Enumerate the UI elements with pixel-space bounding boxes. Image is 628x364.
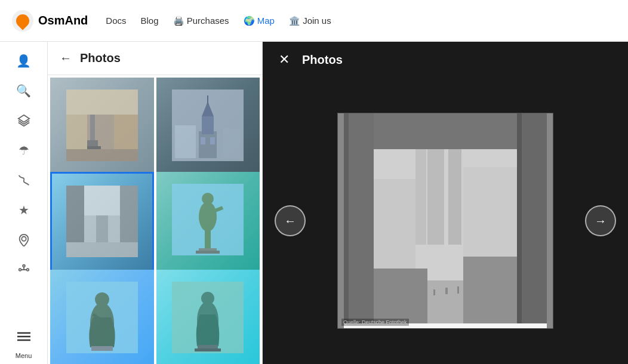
svg-rect-68 [433,289,435,295]
sidebar-icon-search[interactable]: 🔍 [11,78,37,104]
next-arrow-button[interactable]: → [585,205,616,236]
svg-rect-23 [210,137,215,144]
svg-rect-22 [201,137,205,144]
photos-panel: ← Photos [48,42,263,364]
viewer-main: ← [263,78,628,364]
viewer-header: ✕ Photos [263,42,628,78]
svg-point-3 [26,269,29,271]
svg-rect-19 [202,116,214,134]
logo-icon [12,10,33,32]
sidebar-icon-route[interactable] [11,167,37,193]
svg-rect-49 [195,348,221,351]
photos-grid [48,75,262,364]
sidebar-icon-menu[interactable] [11,323,37,350]
photo-thumb-5[interactable] [50,270,154,364]
svg-rect-69 [445,288,448,294]
photo-credit: Quelle: Deutsche Fotothek [341,319,409,326]
svg-point-35 [202,193,214,205]
photo-3-content [52,174,152,269]
main-photo-container: Quelle: Deutsche Fotothek [337,113,553,329]
nav-blog[interactable]: Blog [141,16,159,26]
nav-join[interactable]: Join us [289,16,331,26]
photo-thumb-4[interactable] [156,172,260,276]
photo-thumb-3[interactable] [50,172,154,276]
nav-purchases[interactable]: Purchases [173,16,229,26]
svg-rect-18 [199,131,217,158]
svg-rect-54 [415,149,426,245]
close-button[interactable]: ✕ [275,50,294,69]
sidebar-icon-osm[interactable] [11,257,37,283]
logo-drop-shape [13,11,32,30]
svg-rect-31 [66,242,138,257]
svg-rect-15 [66,149,138,161]
viewer-title: Photos [302,53,343,67]
svg-rect-13 [66,113,87,155]
sidebar-icon-weather[interactable]: ☂ [11,137,37,164]
svg-rect-16 [66,90,138,115]
svg-rect-39 [196,251,220,254]
svg-rect-25 [223,128,241,158]
svg-point-1 [21,237,26,241]
svg-rect-63 [344,113,349,328]
svg-point-47 [201,292,214,305]
nav-map[interactable]: Map [244,16,275,26]
photo-viewer: ✕ Photos ← [263,42,628,364]
sidebar-icon-favorites[interactable]: ★ [11,197,37,223]
photo-4-content [156,172,260,267]
photo-6-content [156,270,260,364]
back-button[interactable]: ← [57,49,74,67]
sidebar-icon-person[interactable]: 👤 [11,48,37,74]
svg-rect-67 [421,286,424,294]
sidebar-icon-poi[interactable] [11,227,37,253]
sidebar: 👤 🔍 ☂ ★ [0,42,48,364]
svg-point-34 [199,202,217,232]
photo-5-content [50,270,154,364]
top-navigation: OsmAnd Docs Blog Purchases Map Join us [0,0,628,42]
svg-rect-32 [84,186,120,215]
photos-panel-title: Photos [80,51,121,65]
svg-rect-24 [175,125,196,158]
logo-text: OsmAnd [38,14,88,27]
svg-point-42 [95,292,109,307]
svg-rect-43 [91,346,113,351]
svg-rect-10 [87,140,98,146]
svg-rect-64 [517,113,522,328]
svg-rect-37 [205,229,211,249]
photo-2-content [156,78,260,173]
photos-panel-header: ← Photos [48,42,262,75]
svg-point-2 [19,269,21,271]
photo-thumb-1[interactable] [50,78,154,181]
main-photo-display: Quelle: Deutsche Fotothek [338,113,553,328]
main-content: 👤 🔍 ☂ ★ [0,42,628,364]
photo-1-content [50,78,154,173]
photo-thumb-2[interactable] [156,78,260,181]
sidebar-bottom: Menu [11,323,37,364]
svg-rect-70 [457,286,459,294]
sidebar-menu-label: Menu [16,352,32,359]
photo-thumb-6[interactable] [156,270,260,364]
sidebar-icon-layers[interactable] [11,107,37,134]
nav-docs[interactable]: Docs [106,16,126,26]
svg-rect-66 [463,257,517,328]
svg-rect-56 [448,137,461,245]
prev-arrow-button[interactable]: ← [275,205,306,236]
svg-point-4 [23,265,25,267]
nav-links: Docs Blog Purchases Map Join us [106,16,331,26]
nav-logo[interactable]: OsmAnd [12,10,88,32]
